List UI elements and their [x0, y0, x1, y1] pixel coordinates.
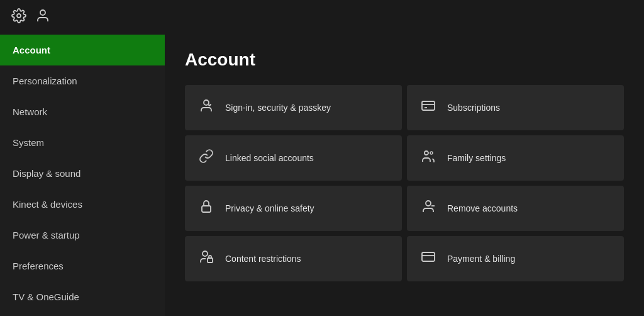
tile-payment-billing[interactable]: Payment & billing: [407, 236, 624, 281]
person-remove-icon: [419, 199, 437, 218]
tile-privacy-safety-label: Privacy & online safety: [225, 203, 314, 214]
page-title: Account: [185, 50, 624, 70]
person-key-icon: [197, 98, 215, 117]
svg-point-4: [425, 151, 428, 155]
tile-privacy-safety[interactable]: Privacy & online safety: [185, 186, 402, 231]
svg-point-7: [426, 201, 431, 206]
sidebar-item-network[interactable]: Network: [0, 96, 165, 127]
linked-accounts-icon: [197, 149, 215, 167]
top-bar: [0, 0, 644, 35]
person-lock-icon: [197, 249, 215, 268]
tile-linked-social-label: Linked social accounts: [225, 152, 314, 164]
tiles-grid: Sign-in, security & passkey Subscription…: [185, 85, 624, 281]
svg-point-5: [430, 152, 433, 154]
tile-family-settings-label: Family settings: [447, 152, 506, 164]
sidebar-item-system[interactable]: System: [0, 127, 165, 158]
sidebar-item-personalization[interactable]: Personalization: [0, 65, 165, 96]
svg-point-0: [17, 14, 21, 18]
tile-remove-accounts[interactable]: Remove accounts: [407, 186, 624, 231]
user-icon[interactable]: [35, 8, 50, 26]
tile-family-settings[interactable]: Family settings: [407, 135, 624, 181]
svg-rect-11: [422, 252, 435, 261]
svg-rect-3: [422, 101, 435, 110]
sidebar-item-account[interactable]: Account: [0, 35, 165, 65]
main-layout: Account Personalization Network System D…: [0, 35, 644, 316]
tile-signin-security-label: Sign-in, security & passkey: [225, 102, 331, 113]
tile-content-restrictions[interactable]: Content restrictions: [185, 236, 402, 281]
svg-rect-6: [202, 206, 211, 212]
tile-linked-social[interactable]: Linked social accounts: [185, 135, 402, 181]
tile-signin-security[interactable]: Sign-in, security & passkey: [185, 85, 402, 130]
svg-point-2: [204, 100, 209, 105]
content-area: Account Sign-in, security & passkey: [165, 35, 644, 316]
gear-icon[interactable]: [11, 8, 26, 26]
card-icon: [419, 249, 437, 268]
family-icon: [419, 149, 437, 167]
tile-remove-accounts-label: Remove accounts: [447, 203, 518, 214]
sidebar-item-kinect-devices[interactable]: Kinect & devices: [0, 189, 165, 220]
lock-icon: [197, 199, 215, 218]
sidebar: Account Personalization Network System D…: [0, 35, 165, 316]
tile-payment-billing-label: Payment & billing: [447, 253, 515, 264]
tile-subscriptions[interactable]: Subscriptions: [407, 85, 624, 130]
sidebar-item-preferences[interactable]: Preferences: [0, 251, 165, 281]
sidebar-item-power-startup[interactable]: Power & startup: [0, 220, 165, 251]
svg-rect-10: [208, 258, 213, 262]
tile-content-restrictions-label: Content restrictions: [225, 253, 301, 264]
svg-point-9: [203, 251, 208, 256]
subscriptions-icon: [419, 98, 437, 117]
svg-point-1: [40, 10, 45, 15]
sidebar-item-display-sound[interactable]: Display & sound: [0, 158, 165, 189]
tile-subscriptions-label: Subscriptions: [447, 102, 500, 113]
sidebar-item-disc-bluray[interactable]: Disc & Blu-ray: [0, 312, 165, 316]
sidebar-item-tv-oneguide[interactable]: TV & OneGuide: [0, 281, 165, 312]
